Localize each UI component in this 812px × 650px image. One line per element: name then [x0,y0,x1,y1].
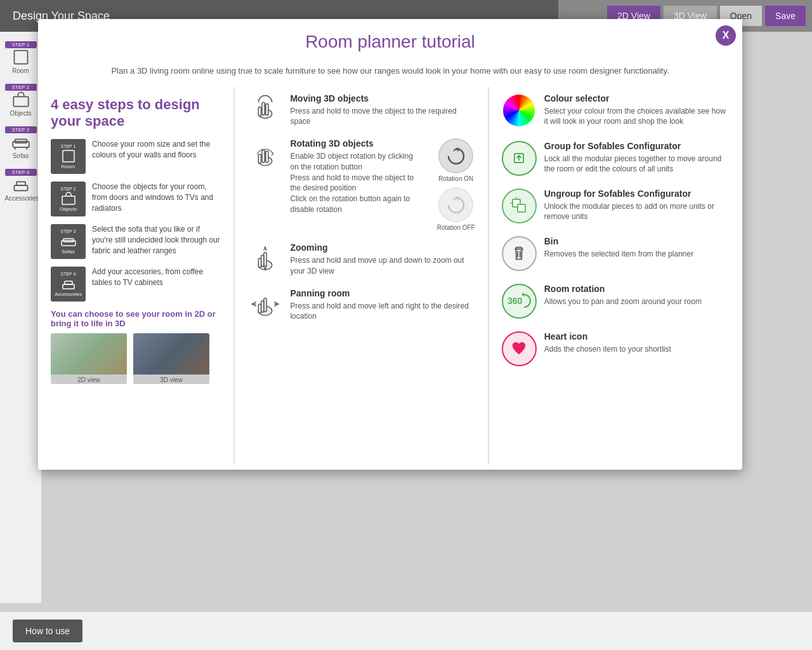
svg-rect-7 [16,182,25,185]
modal-title: Room planner tutorial [38,19,742,65]
svg-rect-33 [518,204,525,212]
step-badge-2: STEP 2 [5,84,37,91]
rotation-on-label: Rotation ON [438,175,473,182]
rotating-content: Rotating 3D objects Enable 3D object rot… [290,138,422,215]
svg-rect-0 [14,51,27,64]
view-images-container: 2D view 3D view [51,333,221,384]
step-2-badge: STEP 2 [61,187,76,191]
svg-rect-6 [14,185,27,190]
feature-panning: Panning room Press and hold and move lef… [247,288,475,322]
colour-content: Colour selector Select your colour from … [544,93,730,128]
easy-steps-heading: 4 easy steps to design your space [51,96,221,130]
view-2d-label: 2D view [51,375,127,383]
right-item-ungroup: Ungroup for Sofables Configurator Unlock… [502,189,730,223]
svg-rect-12 [63,284,74,289]
rotation-group: Rotation ON Rotation OFF [437,138,475,231]
room-rotation-content: Room rotation Allows you to pan and zoom… [544,284,730,307]
svg-rect-20 [266,151,268,162]
rotation-on-icon [438,138,473,173]
step-2-text: Choose the objects for your room, from d… [92,182,221,213]
ungroup-desc: Unlock the modular pieces to add on more… [544,201,730,223]
zooming-content: Zooming Press and hold and move up and d… [290,242,475,277]
modal-right-column: Colour selector Select your colour from … [489,87,742,465]
step-4-badge: STEP 4 [61,272,76,276]
sidebar-item-objects[interactable]: STEP 2 Objects [2,81,40,120]
sidebar: STEP 1 Room STEP 2 Objects STEP 3 Sofas … [0,32,41,603]
rotation-off-label: Rotation OFF [437,224,475,231]
step-item-3: STEP 3 Sofas Select the sofa that you li… [51,224,221,259]
svg-rect-1 [13,96,28,106]
step-item-1: STEP 1 Room Choose your room size and se… [51,139,221,174]
step-3-badge: STEP 3 [61,229,76,234]
ungroup-content: Ungroup for Sofables Configurator Unlock… [544,189,730,223]
heart-title: Heart icon [544,331,730,342]
modal-middle-column: Moving 3D objects Press and hold to move… [235,87,488,465]
svg-rect-9 [62,196,75,204]
step-2-icon-box: STEP 2 Objects [51,182,86,216]
ungroup-icon [502,189,537,223]
sidebar-item-sofas[interactable]: STEP 3 Sofas [2,123,40,162]
panning-content: Panning room Press and hold and move lef… [290,288,475,322]
step-1-badge: STEP 1 [61,144,76,149]
bottom-bar: How to use [0,612,812,650]
panning-title: Panning room [290,288,475,298]
feature-moving: Moving 3D objects Press and hold to move… [247,93,475,128]
sidebar-item-room[interactable]: STEP 1 Room [2,38,40,77]
bin-desc: Removes the selected item from the plann… [544,249,730,260]
modal-body: 4 easy steps to design your space STEP 1… [38,87,742,465]
colour-selector-icon [502,93,537,128]
moving-content: Moving 3D objects Press and hold to move… [290,93,475,128]
group-icon [502,141,537,176]
save-button[interactable]: Save [765,6,806,26]
heart-icon [502,331,537,366]
svg-rect-19 [262,150,265,162]
how-to-use-button[interactable]: How to use [13,620,82,642]
room-rotation-icon: 360 [502,284,537,319]
sidebar-item-accessories[interactable]: STEP 4 Accessories [2,166,40,205]
right-item-heart: Heart icon Adds the chosen item to your … [502,331,730,366]
group-desc: Lock all the modular pieces together to … [544,154,730,175]
svg-rect-21 [258,154,261,163]
step-item-4: STEP 4 Accessories Add your accesories, … [51,267,221,302]
step-1-text: Choose your room size and set the colour… [92,139,221,161]
room-rotation-title: Room rotation [544,284,730,294]
moving-icon [247,93,282,125]
heart-content: Heart icon Adds the chosen item to your … [544,331,730,355]
rotation-on-item: Rotation ON [437,138,475,182]
svg-rect-16 [266,103,268,115]
modal-close-button[interactable]: X [716,25,736,46]
sidebar-objects-label: Objects [5,110,37,117]
colour-desc: Select your colour from the choices avai… [544,106,730,128]
modal-subtitle: Plan a 3D living room online using true … [38,65,742,87]
bin-icon [502,236,537,271]
rotation-off-item: Rotation OFF [437,187,475,231]
sidebar-sofas-label: Sofas [5,152,37,159]
svg-text:360: 360 [508,296,523,306]
colour-title: Colour selector [544,93,730,103]
panning-icon [247,288,282,320]
rotating-hand-icon [247,138,282,170]
step-4-icon-box: STEP 4 Accessories [51,267,86,302]
view-3d-label: 3D view [133,375,209,383]
step-badge-1: STEP 1 [5,41,37,48]
bin-title: Bin [544,236,730,246]
rotating-desc: Enable 3D object rotation by clicking on… [290,151,422,215]
right-item-group: Group for Sofables Configurator Lock all… [502,141,730,176]
group-title: Group for Sofables Configurator [544,141,730,151]
feature-zooming: Zooming Press and hold and move up and d… [247,242,475,277]
view-options-label: You can choose to see your room in 2D or… [51,309,221,328]
svg-rect-25 [258,258,261,267]
right-item-bin: Bin Removes the selected item from the p… [502,236,730,271]
step-item-2: STEP 2 Objects Choose the objects for yo… [51,182,221,216]
step-3-icon-box: STEP 3 Sofas [51,224,86,259]
group-content: Group for Sofables Configurator Lock all… [544,141,730,175]
svg-rect-29 [258,304,261,313]
color-wheel-icon [503,95,535,126]
step-badge-4: STEP 4 [5,169,37,176]
modal-left-column: 4 easy steps to design your space STEP 1… [38,87,234,465]
view-3d-image: 3D view [133,333,209,384]
step-3-text: Select the sofa that you like or if you'… [92,224,221,256]
svg-rect-13 [65,281,72,284]
step-4-text: Add your accesories, from coffee tables … [92,267,221,288]
sidebar-room-label: Room [5,67,37,74]
